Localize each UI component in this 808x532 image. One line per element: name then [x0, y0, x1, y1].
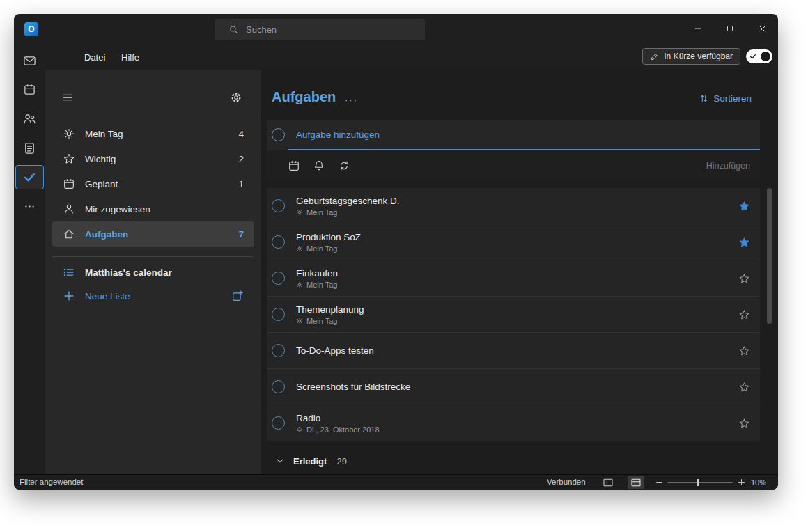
- star-icon[interactable]: [738, 381, 750, 393]
- rail-item-tasks[interactable]: [14, 135, 45, 160]
- coming-soon-label: In Kürze verfügbar: [664, 52, 733, 61]
- window-controls: [682, 14, 778, 43]
- sidebar-item-label: Aufgaben: [85, 229, 220, 240]
- task-row[interactable]: Geburtstagsgeschenk D. Mein Tag: [267, 188, 760, 224]
- rail-item-more[interactable]: [14, 194, 45, 219]
- zoom-out-button[interactable]: [655, 478, 664, 487]
- task-subtitle: Di., 23. Oktober 2018: [306, 425, 380, 434]
- task-checkbox[interactable]: [272, 308, 285, 321]
- task-row[interactable]: Themenplanung Mein Tag: [267, 297, 760, 333]
- statusbar-connection-text: Verbunden: [547, 478, 586, 486]
- page-title: Aufgaben: [272, 89, 336, 105]
- completed-section-toggle[interactable]: Erledigt 29: [267, 451, 347, 471]
- sort-label: Sortieren: [713, 93, 752, 104]
- task-title: Geburtstagsgeschenk D.: [296, 196, 400, 206]
- task-checkbox[interactable]: [272, 416, 285, 430]
- sun-icon: [296, 318, 303, 324]
- check-icon: [23, 171, 36, 184]
- new-list-button[interactable]: Neue Liste: [52, 283, 254, 308]
- task-checkbox[interactable]: [272, 199, 285, 212]
- sidebar-item-count: 1: [230, 179, 244, 189]
- due-date-icon[interactable]: [288, 159, 300, 172]
- task-title: Radio: [296, 413, 380, 423]
- maximize-button[interactable]: [714, 14, 746, 43]
- sidebar-item-mir-zugewiesen[interactable]: Mir zugewiesen: [52, 196, 254, 221]
- sidebar-item-mein-tag[interactable]: Mein Tag 4: [52, 121, 254, 146]
- add-task-submit-button[interactable]: Hinzufügen: [706, 161, 750, 171]
- pencil-icon: [650, 52, 659, 61]
- settings-button[interactable]: [228, 89, 244, 106]
- hamburger-menu-button[interactable]: [59, 89, 76, 106]
- add-task-placeholder[interactable]: Aufgabe hinzufügen: [296, 130, 380, 140]
- app-window: O Suchen Datei Hilfe In Kürze: [14, 14, 778, 490]
- task-title: Produktion SoZ: [296, 232, 361, 242]
- tasks-icon: [23, 141, 36, 155]
- sidebar-item-matthias-calendar[interactable]: Matthias's calendar: [52, 260, 254, 285]
- menu-item-hilfe[interactable]: Hilfe: [121, 52, 139, 63]
- sidebar-divider: [52, 256, 253, 257]
- task-title: To-Do-Apps testen: [296, 345, 374, 356]
- calendar-icon: [23, 83, 36, 96]
- task-checkbox[interactable]: [272, 235, 285, 249]
- sidebar-item-aufgaben[interactable]: Aufgaben 7: [52, 221, 254, 247]
- star-icon[interactable]: [738, 200, 750, 212]
- sun-icon: [296, 209, 303, 216]
- sidebar-list-label: Matthias's calendar: [85, 267, 244, 278]
- add-task-row[interactable]: Aufgabe hinzufügen: [267, 120, 760, 150]
- minimize-button[interactable]: [682, 14, 714, 43]
- task-title: Themenplanung: [296, 304, 364, 315]
- zoom-slider[interactable]: [667, 482, 733, 483]
- add-task-circle-icon[interactable]: [272, 128, 285, 141]
- sidebar-item-count: 2: [230, 154, 244, 164]
- calendar-icon: [63, 178, 75, 190]
- star-icon: [63, 152, 75, 165]
- task-row[interactable]: Radio Di., 23. Oktober 2018: [267, 405, 760, 441]
- star-icon[interactable]: [738, 308, 750, 320]
- main-content: Aufgaben ··· Sortieren Aufgabe hinzufüge…: [261, 70, 778, 474]
- search-icon: [228, 24, 239, 35]
- sidebar-item-count: 7: [230, 229, 244, 240]
- coming-soon-toggle[interactable]: [746, 49, 772, 63]
- task-checkbox[interactable]: [272, 272, 285, 285]
- rail-item-calendar[interactable]: [14, 77, 45, 102]
- close-button[interactable]: [746, 14, 778, 43]
- task-row[interactable]: Einkaufen Mein Tag: [267, 260, 760, 297]
- sidebar-item-label: Geplant: [85, 179, 220, 189]
- task-subtitle: Mein Tag: [306, 244, 337, 253]
- zoom-in-button[interactable]: [737, 478, 746, 487]
- menu-item-datei[interactable]: Datei: [84, 52, 105, 63]
- star-icon[interactable]: [738, 236, 750, 248]
- reading-pane-view-icon[interactable]: [603, 477, 614, 488]
- sort-button[interactable]: Sortieren: [699, 93, 752, 104]
- statusbar: Filter angewendet Verbunden 10%: [14, 474, 778, 490]
- coming-soon-button[interactable]: In Kürze verfügbar: [642, 48, 740, 65]
- reminder-bell-icon[interactable]: [313, 159, 325, 172]
- scrollbar-thumb[interactable]: [767, 188, 772, 324]
- new-group-icon[interactable]: [231, 290, 244, 302]
- zoom-slider-thumb[interactable]: [697, 479, 699, 486]
- star-icon[interactable]: [738, 272, 750, 284]
- search-input[interactable]: Suchen: [215, 19, 425, 40]
- task-row[interactable]: Screenshots für Bildstrecke: [267, 369, 760, 405]
- rail-item-mail[interactable]: [14, 48, 45, 73]
- repeat-icon[interactable]: [338, 159, 350, 172]
- sidebar-item-label: Mein Tag: [85, 129, 220, 139]
- star-icon[interactable]: [738, 417, 750, 429]
- sort-icon: [699, 93, 709, 104]
- rail-item-todo-selected[interactable]: [15, 165, 44, 189]
- task-title: Screenshots für Bildstrecke: [296, 382, 410, 392]
- menubar: Datei Hilfe In Kürze verfügbar: [45, 45, 778, 70]
- sidebar-item-geplant[interactable]: Geplant 1: [52, 171, 254, 196]
- plus-icon: [63, 290, 75, 302]
- sun-icon: [296, 281, 303, 288]
- star-icon[interactable]: [738, 345, 750, 357]
- task-checkbox[interactable]: [272, 380, 285, 393]
- task-row[interactable]: To-Do-Apps testen: [267, 333, 760, 369]
- sidebar-item-wichtig[interactable]: Wichtig 2: [52, 146, 254, 171]
- list-options-button[interactable]: ···: [345, 95, 358, 105]
- rail-item-people[interactable]: [14, 106, 45, 131]
- task-row[interactable]: Produktion SoZ Mein Tag: [267, 224, 760, 260]
- app-rail: [14, 45, 45, 474]
- task-checkbox[interactable]: [272, 344, 285, 357]
- grid-view-icon[interactable]: [628, 476, 644, 489]
